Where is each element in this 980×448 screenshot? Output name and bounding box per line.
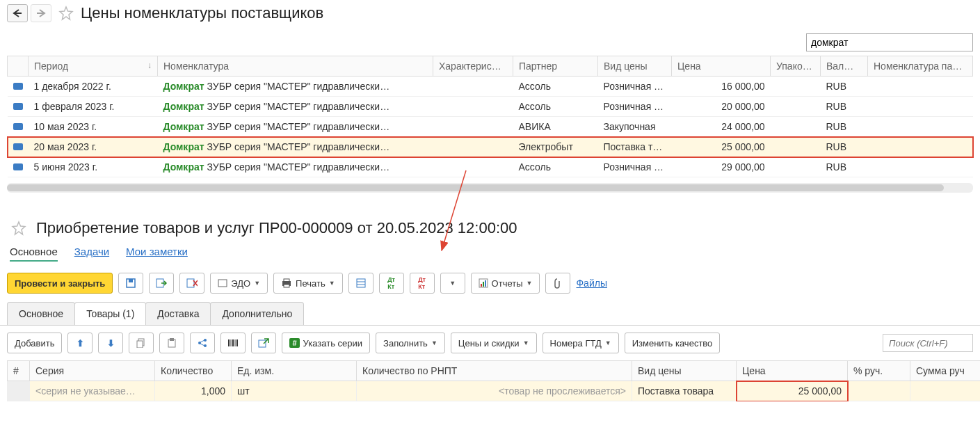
col-period[interactable]: Период↓ [29,56,158,77]
cell-rnpt[interactable]: <товар не прослеживается> [357,381,632,401]
item-search-input[interactable] [883,334,973,352]
cell-pricetype: Поставка т… [598,137,672,157]
arrow-up-icon: ⬆ [77,338,84,349]
prices-table: Период↓ Номенклатура Характерис… Партнер… [7,56,973,177]
svg-rect-15 [483,282,484,287]
svg-rect-10 [357,279,365,287]
inner-tab-delivery[interactable]: Доставка [145,302,211,325]
nav-forward-button[interactable] [31,4,51,22]
col-pricetype[interactable]: Вид цены [598,56,672,77]
edo-button[interactable]: ЭДО▼ [210,273,268,294]
post-and-close-button[interactable]: Провести и закрыть [7,273,113,294]
struct-button[interactable] [348,273,373,294]
barcode-icon [227,338,239,348]
paste-button[interactable] [159,333,184,353]
cell-date: 1 февраля 2023 г. [29,97,158,117]
tab-link-main[interactable]: Основное [10,246,58,262]
add-row-button[interactable]: Добавить [7,333,62,353]
page-title: Цены номенклатуры поставщиков [81,4,323,22]
record-icon [13,143,23,150]
table-row[interactable]: 20 мая 2023 г.Домкрат ЗУБР серия "МАСТЕР… [8,137,973,157]
horizontal-scrollbar[interactable] [7,183,973,193]
tab-link-notes[interactable]: Мои заметки [126,246,188,262]
inner-tab-main[interactable]: Основное [7,302,75,325]
table-row[interactable]: 10 мая 2023 г.Домкрат ЗУБР серия "МАСТЕР… [8,117,973,137]
print-button[interactable]: Печать▼ [273,273,343,294]
discounts-button[interactable]: Цены и скидки▼ [451,333,537,353]
arrow-right-icon [35,9,47,17]
col-partner[interactable]: Партнер [513,56,598,77]
col-hash[interactable]: # [8,361,30,381]
col-unit[interactable]: Ед. изм. [232,361,357,381]
svg-line-24 [200,340,204,342]
related-button[interactable]: ▼ [440,273,465,294]
cell-pricetype: Розничная … [598,97,672,117]
move-up-button[interactable]: ⬆ [67,333,93,353]
col-currency[interactable]: Вал… [821,56,868,77]
cell-pricetype: Розничная … [598,77,672,97]
dtkt-green-button[interactable]: ДтКт [379,273,404,294]
col-price[interactable]: Цена [672,56,771,77]
cell-qty[interactable]: 1,000 [155,381,232,401]
cell-currency: RUB [821,157,868,177]
col-series[interactable]: Серия [30,361,155,381]
barcode-button[interactable] [220,333,246,353]
series-button[interactable]: #Указать серии [282,333,370,353]
cancel-post-button[interactable] [179,273,204,294]
gtd-button[interactable]: Номера ГТД▼ [543,333,619,353]
col-qty[interactable]: Количество [155,361,232,381]
record-icon [13,163,23,170]
col-sum[interactable]: Сумма руч [910,361,981,381]
svg-rect-31 [259,340,266,347]
attach-button[interactable] [545,273,570,294]
move-down-button[interactable]: ⬇ [98,333,123,353]
post-button[interactable] [149,273,174,294]
col-rnpt[interactable]: Количество по РНПТ [357,361,632,381]
import-button[interactable] [251,333,276,353]
favorite-star-icon[interactable] [11,221,26,236]
files-link[interactable]: Файлы [576,278,607,289]
arrow-down-icon: ⬇ [107,338,115,349]
arrow-left-icon [12,9,23,17]
inner-tab-extra[interactable]: Дополнительно [210,302,304,325]
item-row[interactable]: <серия не указывае… 1,000 шт <товар не п… [8,381,981,401]
svg-rect-5 [187,279,194,287]
cell-pricetype: Розничная … [598,157,672,177]
svg-rect-9 [284,285,289,287]
col-charact[interactable]: Характерис… [433,56,513,77]
table-row[interactable]: 1 февраля 2023 г.Домкрат ЗУБР серия "МАС… [8,97,973,117]
tab-link-tasks[interactable]: Задачи [74,246,109,262]
dtkt-red-button[interactable]: ДтКт [410,273,435,294]
cell-series[interactable]: <серия не указывае… [30,381,155,401]
cell-ptype[interactable]: Поставка товара [632,381,737,401]
cell-price[interactable]: 25 000,00 [737,381,848,401]
cell-nomen: Домкрат ЗУБР серия "МАСТЕР" гидравлическ… [158,77,433,97]
quality-button[interactable]: Изменить качество [625,333,721,353]
series-badge-icon: # [289,338,299,348]
cell-currency: RUB [821,137,868,157]
search-input[interactable] [806,33,973,51]
share-button[interactable] [190,333,215,353]
col-nomen[interactable]: Номенклатура [158,56,433,77]
svg-rect-20 [170,338,174,341]
col-pack[interactable]: Упако… [771,56,821,77]
save-button[interactable] [118,273,143,294]
cell-partner: Электробыт [513,137,598,157]
fill-button[interactable]: Заполнить▼ [376,333,445,353]
favorite-star-icon[interactable] [58,6,74,21]
col-nomen-partner[interactable]: Номенклатура па… [868,56,973,77]
col-price[interactable]: Цена [737,361,848,381]
col-manual[interactable]: % руч. [848,361,910,381]
table-row[interactable]: 1 декабря 2022 г.Домкрат ЗУБР серия "МАС… [8,77,973,97]
inner-tab-goods[interactable]: Товары (1) [74,302,146,325]
cell-price: 24 000,00 [672,117,771,137]
share-icon [198,338,207,348]
cell-partner: АВИКА [513,117,598,137]
table-row[interactable]: 5 июня 2023 г.Домкрат ЗУБР серия "МАСТЕР… [8,157,973,177]
reports-button[interactable]: Отчеты▼ [471,273,540,294]
col-ptype[interactable]: Вид цены [632,361,737,381]
copy-button[interactable] [129,333,154,353]
nav-back-button[interactable] [7,4,28,22]
cell-unit[interactable]: шт [232,381,357,401]
cell-partner: Ассоль [513,97,598,117]
